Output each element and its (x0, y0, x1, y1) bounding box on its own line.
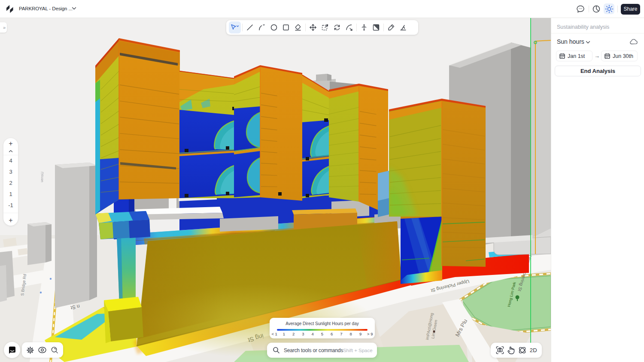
svg-text:uensU: uensU (39, 172, 44, 182)
